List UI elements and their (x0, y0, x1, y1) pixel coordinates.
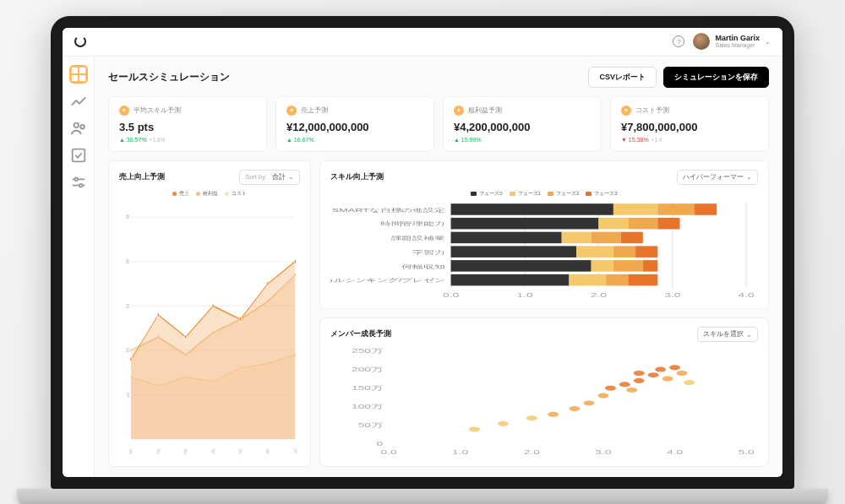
svg-text:7月: 7月 (293, 448, 297, 454)
laptop-frame: ? Martin Garix Sales Manager ⌄ (51, 16, 794, 489)
svg-text:1月: 1月 (129, 448, 133, 454)
svg-rect-36 (613, 246, 635, 257)
svg-text:150: 150 (126, 303, 129, 309)
avatar (693, 33, 710, 50)
svg-point-84 (239, 317, 241, 322)
sort-dropdown[interactable]: Sort by: 合計 ⌄ (239, 170, 300, 185)
kpi-card: ✦ 粗利益予測 ¥4,200,000,000 ▲ 15.99% (443, 96, 602, 152)
svg-point-107 (619, 382, 630, 387)
svg-rect-39 (451, 260, 592, 272)
svg-rect-41 (613, 260, 643, 272)
svg-text:250万: 250万 (352, 347, 383, 353)
svg-rect-26 (628, 217, 657, 229)
kpi-trend: ▲ 16.67% (286, 137, 423, 143)
svg-text:250: 250 (126, 214, 129, 220)
svg-text:1.0: 1.0 (516, 292, 532, 298)
member-growth-card: メンバー成長予測 スキルを選択 ⌄ 050万100万150万200万250万0.… (319, 317, 769, 467)
page-title: セールスシミュレーション (108, 70, 230, 84)
svg-point-100 (498, 421, 509, 426)
kpi-card: ✦ コスト予測 ¥7,800,000,000 ▼ 15.38% +1.4 (610, 96, 769, 152)
chevron-down-icon: ⌄ (765, 38, 771, 46)
svg-rect-37 (635, 246, 657, 257)
sidebar (63, 57, 95, 477)
svg-point-8 (79, 183, 82, 187)
kpi-value: 3.5 pts (119, 121, 256, 133)
svg-text:時間管理能力: 時間管理能力 (380, 221, 445, 227)
kpi-label: 売上予測 (301, 106, 328, 115)
user-name: Martin Garix (715, 34, 760, 42)
csv-report-button[interactable]: CSVレポート (588, 67, 657, 88)
user-menu[interactable]: Martin Garix Sales Manager ⌄ (693, 33, 771, 50)
svg-point-86 (294, 259, 296, 264)
svg-text:3.0: 3.0 (595, 449, 611, 455)
svg-point-73 (130, 348, 132, 353)
svg-rect-0 (71, 67, 77, 73)
kpi-card: ✦ 平均スキル予測 3.5 pts ▲ 38.57% +1.0% (108, 96, 267, 152)
topbar: ? Martin Garix Sales Manager ⌄ (63, 28, 782, 57)
svg-point-106 (605, 386, 616, 391)
legend-item: フューズ1 (510, 190, 541, 198)
svg-text:100万: 100万 (352, 404, 383, 409)
kpi-value: ¥7,800,000,000 (621, 121, 758, 133)
card-title: スキル向上予測 (330, 172, 384, 182)
legend-item: 粗利益 (196, 190, 218, 198)
skill-improvement-card: スキル向上予測 ハイパーフォーマー ⌄ フューズ0フューズ1フューズ2フューズ3… (319, 160, 769, 310)
svg-point-102 (548, 412, 559, 417)
svg-point-115 (684, 380, 695, 385)
svg-rect-27 (657, 217, 679, 229)
card-title: 売上向上予測 (119, 172, 165, 182)
card-title: メンバー成長予測 (330, 329, 391, 339)
svg-point-83 (212, 303, 214, 308)
svg-rect-40 (592, 260, 613, 272)
svg-text:ロジカルシンキング/プレゼン: ロジカルシンキング/プレゼン (330, 277, 445, 283)
kpi-label: 平均スキル予測 (134, 106, 181, 115)
svg-rect-19 (451, 203, 613, 215)
kpi-value: ¥12,000,000,000 (286, 121, 423, 133)
svg-rect-20 (613, 203, 657, 215)
svg-text:5月: 5月 (239, 448, 243, 454)
logo-icon (74, 35, 86, 47)
svg-point-109 (634, 371, 645, 376)
sidebar-item-analytics[interactable] (69, 92, 88, 111)
chart-body: 501001502002501月2月3月4月5月6月7月 (119, 201, 300, 458)
sidebar-item-reports[interactable] (69, 146, 88, 165)
svg-rect-21 (657, 203, 695, 215)
kpi-label: 粗利益予測 (468, 106, 502, 115)
skill-filter-dropdown[interactable]: ハイパーフォーマー ⌄ (677, 170, 758, 185)
legend-item: 売上 (172, 190, 189, 198)
svg-rect-25 (598, 217, 628, 229)
svg-rect-29 (451, 231, 562, 243)
chart-legend: 売上粗利益コスト (119, 190, 300, 198)
content: セールスシミュレーション CSVレポート シミュレーションを保存 ✦ 平均スキル… (95, 57, 782, 477)
sidebar-item-simulation[interactable] (69, 65, 88, 84)
svg-text:SMARTな自標の進設定: SMARTな自標の進設定 (332, 207, 445, 213)
svg-rect-46 (606, 274, 628, 285)
svg-text:何幅収知: 何幅収知 (401, 263, 444, 269)
sidebar-item-settings[interactable] (69, 173, 88, 192)
svg-point-80 (130, 356, 132, 361)
sales-improvement-card: 売上向上予測 Sort by: 合計 ⌄ 売上粗利益コスト 5010015020… (108, 160, 311, 467)
chevron-down-icon: ⌄ (746, 331, 752, 339)
kpi-icon: ✦ (286, 106, 297, 116)
help-icon[interactable]: ? (673, 35, 684, 47)
kpi-trend: ▲ 15.99% (454, 137, 591, 143)
app-screen: ? Martin Garix Sales Manager ⌄ (63, 28, 782, 477)
sidebar-item-users[interactable] (69, 119, 88, 138)
save-simulation-button[interactable]: シミュレーションを保存 (663, 67, 769, 88)
svg-rect-34 (451, 246, 577, 257)
skill-select-dropdown[interactable]: スキルを選択 ⌄ (697, 327, 758, 342)
svg-text:3月: 3月 (184, 448, 188, 454)
svg-rect-22 (695, 203, 717, 215)
svg-text:0.0: 0.0 (380, 449, 396, 455)
chart-grid: スキル向上予測 ハイパーフォーマー ⌄ フューズ0フューズ1フューズ2フューズ3… (108, 160, 769, 467)
svg-text:0.0: 0.0 (443, 292, 459, 298)
svg-point-111 (655, 366, 666, 371)
svg-rect-32 (621, 231, 643, 243)
svg-rect-31 (592, 231, 621, 243)
svg-rect-2 (71, 74, 77, 80)
svg-text:100: 100 (126, 347, 129, 353)
kpi-icon: ✦ (119, 106, 129, 116)
svg-point-104 (584, 400, 595, 405)
svg-point-116 (626, 387, 637, 393)
legend-item: コスト (225, 190, 247, 198)
